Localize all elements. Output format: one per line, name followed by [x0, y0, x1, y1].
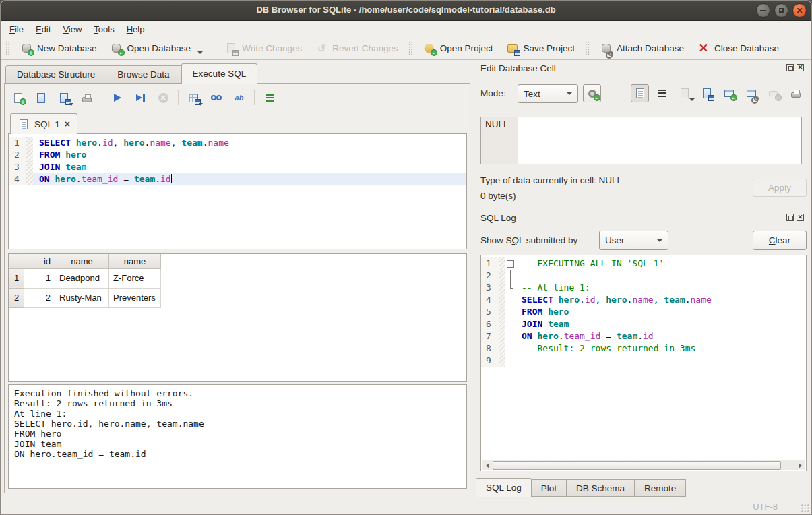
table-cell[interactable]: 1 — [24, 268, 55, 288]
execute-line-button[interactable] — [132, 89, 148, 107]
toolbar-drag-handle[interactable] — [585, 41, 590, 56]
fold-column — [505, 306, 516, 318]
sql-editor[interactable]: 1SELECT hero.id, hero.name, team.name2FR… — [8, 133, 467, 249]
menu-item-file[interactable]: File — [3, 22, 30, 36]
chevron-down-icon[interactable] — [689, 98, 695, 101]
toolbar-drag-handle[interactable] — [5, 41, 10, 56]
toolbar-drag-handle[interactable] — [408, 41, 413, 56]
table-cell[interactable]: Deadpond — [55, 268, 109, 288]
line-number: 2 — [481, 270, 499, 282]
bottom-tab-remote[interactable]: Remote — [635, 479, 686, 497]
maximize-icon[interactable] — [774, 3, 788, 18]
fold-column — [505, 294, 516, 306]
replace-button[interactable]: ab — [231, 89, 247, 107]
tab-browse-data[interactable]: Browse Data — [106, 65, 181, 84]
open-database-button[interactable]: ▸Open Database — [104, 39, 210, 58]
revert-changes-button[interactable]: ↺Revert Changes — [309, 39, 405, 58]
apply-button[interactable]: Apply — [753, 179, 807, 197]
scroll-left-icon[interactable] — [482, 461, 492, 470]
copy-link-button[interactable] — [742, 84, 760, 102]
log-line: 1-- EXECUTING ALL IN 'SQL 1' — [481, 258, 806, 270]
import-cell-button[interactable] — [675, 84, 693, 102]
close-dock-icon[interactable]: ✕ — [797, 64, 804, 71]
save-sql-file-button[interactable] — [56, 89, 72, 107]
menu-item-help[interactable]: Help — [121, 22, 151, 36]
toolbar-button-label: Attach Database — [617, 43, 684, 53]
column-header-id[interactable]: id — [24, 254, 55, 268]
close-tab-icon[interactable]: × — [65, 119, 70, 129]
menu-item-edit[interactable]: Edit — [30, 22, 57, 36]
set-null-button[interactable]: − — [764, 84, 782, 102]
resize-grip-icon[interactable] — [801, 504, 809, 512]
toolbar-button-label: Open Database — [127, 43, 191, 53]
corner-header[interactable] — [9, 254, 24, 268]
clear-button[interactable]: Clear — [753, 231, 807, 250]
code-text: ON hero.team_id = team.id — [33, 173, 466, 185]
scrollbar-thumb[interactable] — [493, 461, 781, 470]
table-row[interactable]: 11DeadpondZ-Force — [9, 268, 161, 288]
write-changes-button[interactable]: Write Changes — [218, 39, 309, 58]
text-view-button[interactable] — [631, 84, 649, 102]
scroll-right-icon[interactable] — [795, 461, 805, 470]
chevron-down-icon[interactable] — [199, 103, 203, 106]
close-database-button[interactable]: ✕Close Database — [691, 39, 786, 58]
log-line: 2-- — [481, 270, 806, 282]
print-cell-button[interactable] — [786, 84, 805, 102]
save-project-button[interactable]: Save Project — [500, 39, 582, 58]
close-icon[interactable]: ✕ — [792, 3, 807, 18]
execute-all-button[interactable] — [109, 89, 125, 107]
bottom-tab-db-schema[interactable]: DB Schema — [567, 479, 635, 497]
toolbar-button-label: Revert Changes — [332, 43, 398, 53]
find-button[interactable] — [208, 89, 224, 107]
table-cell[interactable]: 2 — [24, 288, 55, 307]
sql-log-view[interactable]: 1-- EXECUTING ALL IN 'SQL 1'2--3-- At li… — [480, 255, 807, 471]
attach-database-button[interactable]: Attach Database — [593, 39, 691, 58]
row-header[interactable]: 2 — [9, 288, 24, 307]
mode-select[interactable]: Text — [518, 84, 578, 103]
print-sql-button[interactable] — [79, 89, 95, 107]
chevron-down-icon[interactable] — [69, 103, 73, 106]
horizontal-scrollbar[interactable] — [482, 460, 805, 470]
tab-execute-sql[interactable]: Execute SQL — [181, 63, 258, 84]
tab-database-structure[interactable]: Database Structure — [5, 65, 106, 84]
sql-log-filter-select[interactable]: User — [599, 231, 668, 250]
minimize-icon[interactable] — [756, 3, 770, 18]
results-table[interactable]: idnamename11DeadpondZ-Force22Rusty-ManPr… — [8, 253, 467, 382]
column-header-name[interactable]: name — [109, 254, 161, 268]
word-wrap-button[interactable] — [653, 84, 671, 102]
log-line: 7ON hero.team_id = team.id — [481, 330, 806, 342]
titlebar[interactable]: DB Browser for SQLite - /home/user/code/… — [1, 1, 811, 21]
table-cell[interactable]: Z-Force — [109, 268, 161, 288]
fold-minus-icon[interactable] — [505, 258, 516, 270]
bottom-tab-sql-log[interactable]: SQL Log — [476, 478, 532, 497]
open-external-button[interactable]: ▸ — [720, 84, 738, 102]
column-header-name[interactable]: name — [55, 254, 109, 268]
format-sql-button[interactable] — [261, 89, 278, 107]
auto-switch-mode-button[interactable]: ▸ — [583, 84, 601, 102]
sql-editor-tab[interactable]: SQL 1 × — [10, 113, 77, 134]
float-dock-icon[interactable] — [786, 214, 794, 221]
execution-message-log[interactable]: Execution finished without errors. Resul… — [8, 384, 467, 489]
export-cell-button[interactable] — [697, 84, 716, 102]
gear-icon: ▸ — [586, 88, 598, 100]
bottom-tab-plot[interactable]: Plot — [532, 479, 567, 497]
stop-button[interactable]: ✕ — [155, 89, 171, 107]
code-text: -- EXECUTING ALL IN 'SQL 1' — [516, 258, 806, 270]
table-cell[interactable]: Preventers — [109, 288, 161, 307]
cell-value-editor[interactable]: NULL — [480, 117, 802, 164]
open-sql-tab-button[interactable]: + — [10, 89, 26, 107]
row-header[interactable]: 1 — [9, 268, 24, 288]
menu-item-view[interactable]: View — [57, 22, 88, 36]
table-row[interactable]: 22Rusty-ManPreventers — [9, 288, 161, 307]
encoding-indicator[interactable]: UTF-8 — [753, 502, 778, 512]
menu-item-tools[interactable]: Tools — [88, 22, 120, 36]
table-cell[interactable]: Rusty-Man — [55, 288, 109, 307]
close-dock-icon[interactable]: ✕ — [797, 214, 804, 221]
new-database-button[interactable]: +New Database — [13, 39, 104, 58]
save-results-button[interactable] — [185, 89, 201, 107]
float-dock-icon[interactable] — [786, 64, 794, 71]
open-sql-file-button[interactable] — [33, 89, 49, 107]
fold-margin — [26, 173, 33, 185]
open-project-button[interactable]: ▸Open Project — [416, 39, 500, 58]
chevron-down-icon[interactable] — [197, 51, 203, 54]
